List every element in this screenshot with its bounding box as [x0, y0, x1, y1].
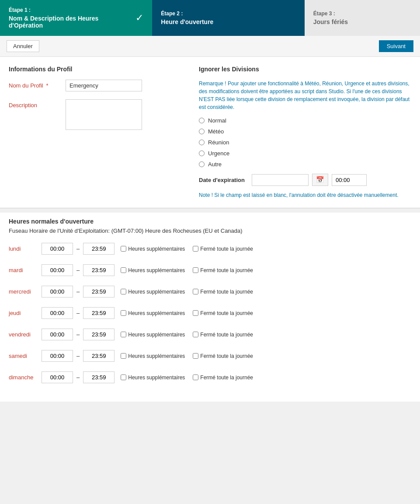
overtime-label-samedi: Heures supplémentaires: [128, 353, 185, 359]
closed-checkbox-item-jeudi: Fermé toute la journée: [193, 310, 253, 316]
overtime-label-dimanche: Heures supplémentaires: [128, 374, 185, 381]
dash-mercredi: –: [76, 288, 80, 295]
expiration-row: Date d'expiration 📅: [199, 174, 411, 186]
day-row: mercredi – Heures supplémentaires Fermé …: [9, 286, 411, 298]
dash-mardi: –: [76, 267, 80, 273]
overtime-checkbox-item-dimanche: Heures supplémentaires: [121, 374, 185, 381]
closed-checkbox-lundi[interactable]: [193, 246, 198, 252]
overtime-label-mercredi: Heures supplémentaires: [128, 289, 185, 295]
cancel-button[interactable]: Annuler: [7, 40, 39, 52]
closed-checkbox-vendredi[interactable]: [193, 332, 198, 337]
start-time-vendredi[interactable]: [42, 329, 73, 340]
day-row: vendredi – Heures supplémentaires Fermé …: [9, 329, 411, 340]
profile-name-input[interactable]: [66, 80, 142, 91]
expiration-date-input[interactable]: [252, 174, 309, 186]
profile-section-title: Informations du Profil: [9, 66, 186, 73]
overtime-checkbox-item-lundi: Heures supplémentaires: [121, 246, 185, 252]
end-time-mercredi[interactable]: [83, 286, 115, 298]
overtime-label-lundi: Heures supplémentaires: [128, 246, 185, 252]
step-2: Étape 2 : Heure d'ouverture: [152, 0, 304, 36]
overtime-checkbox-samedi[interactable]: [121, 353, 126, 359]
timezone-text: Fuseau Horaire de l'Unité d'Exploitation…: [9, 228, 411, 234]
start-time-samedi[interactable]: [42, 350, 73, 362]
required-asterisk: *: [46, 82, 48, 89]
overtime-checkbox-mercredi[interactable]: [121, 289, 126, 294]
closed-checkbox-mercredi[interactable]: [193, 289, 198, 294]
radio-reunion: Réunion: [199, 139, 411, 146]
radio-urgence-input[interactable]: [199, 150, 205, 156]
overtime-checkbox-item-mercredi: Heures supplémentaires: [121, 289, 185, 295]
overtime-checkbox-item-jeudi: Heures supplémentaires: [121, 310, 185, 316]
radio-normal-label: Normal: [208, 117, 226, 124]
two-col-layout: Informations du Profil Nom du Profil * D…: [9, 66, 411, 199]
radio-autre-input[interactable]: [199, 161, 205, 167]
end-time-lundi[interactable]: [83, 243, 115, 255]
overtime-checkbox-dimanche[interactable]: [121, 374, 126, 380]
start-time-jeudi[interactable]: [42, 307, 73, 319]
start-time-mercredi[interactable]: [42, 286, 73, 298]
closed-checkbox-mardi[interactable]: [193, 267, 198, 273]
hours-section: Heures normales d'ouverture Fuseau Horai…: [0, 213, 420, 402]
overtime-checkbox-vendredi[interactable]: [121, 332, 126, 337]
overtime-checkbox-mardi[interactable]: [121, 267, 126, 273]
overtime-checkbox-item-vendredi: Heures supplémentaires: [121, 332, 185, 338]
overtime-checkbox-jeudi[interactable]: [121, 310, 126, 316]
calendar-button[interactable]: 📅: [312, 174, 328, 186]
description-textarea[interactable]: [66, 99, 142, 130]
hours-title: Heures normales d'ouverture: [9, 213, 411, 228]
end-time-jeudi[interactable]: [83, 307, 115, 319]
radio-meteo: Météo: [199, 128, 411, 135]
dash-lundi: –: [76, 245, 80, 252]
radio-autre-label: Autre: [208, 161, 222, 168]
step2-label-main: Heure d'ouverture: [161, 18, 295, 25]
closed-label-lundi: Fermé toute la journée: [200, 246, 253, 252]
checkbox-group-mercredi: Heures supplémentaires Fermé toute la jo…: [121, 289, 253, 295]
overtime-checkbox-item-samedi: Heures supplémentaires: [121, 353, 185, 359]
checkbox-group-vendredi: Heures supplémentaires Fermé toute la jo…: [121, 332, 253, 338]
closed-checkbox-item-mardi: Fermé toute la journée: [193, 267, 253, 273]
closed-checkbox-samedi[interactable]: [193, 353, 198, 359]
step1-check: ✓: [135, 12, 143, 24]
radio-autre: Autre: [199, 161, 411, 168]
next-button[interactable]: Suivant: [379, 40, 413, 52]
checkbox-group-lundi: Heures supplémentaires Fermé toute la jo…: [121, 246, 253, 252]
checkbox-group-samedi: Heures supplémentaires Fermé toute la jo…: [121, 353, 253, 359]
calendar-icon: 📅: [316, 176, 324, 183]
radio-reunion-input[interactable]: [199, 140, 205, 145]
dash-dimanche: –: [76, 374, 80, 381]
profile-name-row: Nom du Profil *: [9, 80, 186, 91]
closed-checkbox-dimanche[interactable]: [193, 374, 198, 380]
step2-label-small: Étape 2 :: [161, 10, 295, 17]
expiration-time-input[interactable]: [332, 174, 367, 186]
radio-meteo-input[interactable]: [199, 129, 205, 134]
radio-normal-input[interactable]: [199, 118, 205, 123]
overtime-checkbox-lundi[interactable]: [121, 246, 126, 252]
day-row: dimanche – Heures supplémentaires Fermé …: [9, 371, 411, 383]
start-time-mardi[interactable]: [42, 264, 73, 276]
toolbar: Annuler Suivant: [0, 36, 420, 57]
checkbox-group-dimanche: Heures supplémentaires Fermé toute la jo…: [121, 374, 253, 381]
end-time-samedi[interactable]: [83, 350, 115, 362]
step-1: Étape 1 : Nom & Description des Heures d…: [0, 0, 152, 36]
radio-group: Normal Météo Réunion Urgence Autre: [199, 117, 411, 168]
day-label-mardi: mardi: [9, 267, 42, 273]
radio-urgence: Urgence: [199, 150, 411, 157]
closed-checkbox-item-vendredi: Fermé toute la journée: [193, 332, 253, 338]
end-time-mardi[interactable]: [83, 264, 115, 276]
start-time-lundi[interactable]: [42, 243, 73, 255]
note-bottom: Note ! Si le champ est laissé en blanc, …: [199, 191, 411, 199]
end-time-vendredi[interactable]: [83, 329, 115, 340]
closed-label-jeudi: Fermé toute la journée: [200, 310, 253, 316]
ignore-note: Remarque ! Pour ajouter une fonctionnali…: [199, 80, 411, 111]
end-time-dimanche[interactable]: [83, 371, 115, 383]
start-time-dimanche[interactable]: [42, 371, 73, 383]
step1-label-small: Étape 1 :: [9, 7, 131, 13]
closed-checkbox-jeudi[interactable]: [193, 310, 198, 316]
day-row: mardi – Heures supplémentaires Fermé tou…: [9, 264, 411, 276]
step1-label-main: Nom & Description des Heures d'Opération: [9, 15, 131, 29]
day-label-mercredi: mercredi: [9, 288, 42, 295]
day-rows-container: lundi – Heures supplémentaires Fermé tou…: [9, 243, 411, 383]
ignore-section: Ignorer les Divisions Remarque ! Pour aj…: [199, 66, 411, 199]
closed-label-samedi: Fermé toute la journée: [200, 353, 253, 359]
day-row: samedi – Heures supplémentaires Fermé to…: [9, 350, 411, 362]
